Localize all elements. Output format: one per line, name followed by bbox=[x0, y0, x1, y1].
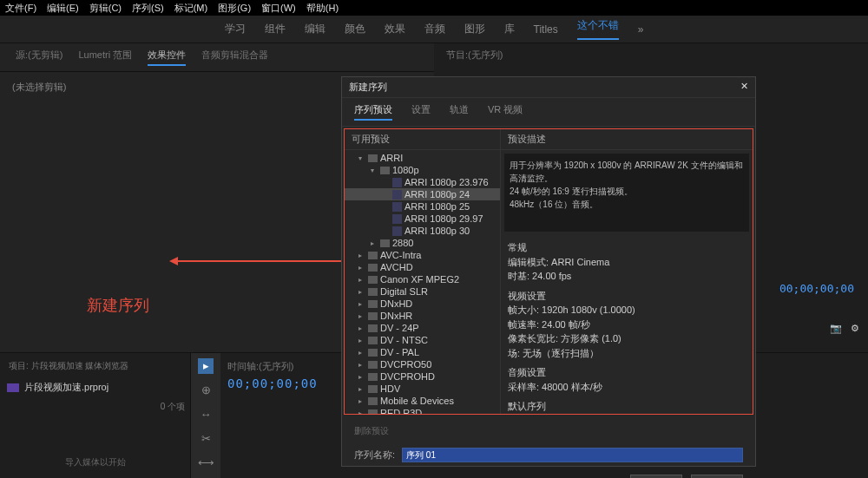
preset-RED-R3D[interactable]: ▸RED R3D bbox=[345, 407, 500, 414]
preset-DV---NTSC[interactable]: ▸DV - NTSC bbox=[345, 334, 500, 346]
folder-icon bbox=[368, 324, 378, 332]
preset-ARRI-1080p-29-97[interactable]: ARRI 1080p 29.97 bbox=[345, 213, 500, 225]
preset-file-icon bbox=[392, 190, 402, 200]
frame-rate: 帧速率: 24.00 帧/秒 bbox=[508, 318, 746, 332]
menu-edit[interactable]: 编辑(E) bbox=[47, 2, 79, 15]
program-tab[interactable]: 节目:(无序列) bbox=[434, 43, 868, 67]
ws-edit[interactable]: 编辑 bbox=[305, 22, 326, 36]
ws-learn[interactable]: 学习 bbox=[225, 22, 246, 36]
annotation-arrow bbox=[174, 260, 347, 262]
preset-Mobile---Devices[interactable]: ▸Mobile & Devices bbox=[345, 395, 500, 407]
preset-tree[interactable]: ▾ARRI▾1080pARRI 1080p 23.976ARRI 1080p 2… bbox=[345, 150, 500, 414]
menu-help[interactable]: 帮助(H) bbox=[306, 2, 339, 15]
tool-razor[interactable]: ✂ bbox=[198, 431, 214, 447]
new-sequence-dialog: 新建序列 ✕ 序列预设 设置 轨道 VR 视频 可用预设 ▾ARRI▾1080p… bbox=[341, 76, 756, 467]
preset-file-icon bbox=[392, 226, 402, 236]
ws-color[interactable]: 颜色 bbox=[345, 22, 365, 36]
preset-label: DNxHR bbox=[380, 311, 412, 321]
tool-slip[interactable]: ⟷ bbox=[198, 455, 214, 471]
preset-label: DVCPRO50 bbox=[380, 359, 431, 370]
camera-icon[interactable]: 📷 bbox=[830, 323, 842, 334]
tab-preset[interactable]: 序列预设 bbox=[354, 103, 392, 121]
preset-ARRI-1080p-23-976[interactable]: ARRI 1080p 23.976 bbox=[345, 176, 500, 188]
ws-titles[interactable]: Titles bbox=[534, 23, 558, 36]
folder-icon bbox=[368, 288, 378, 296]
ws-custom[interactable]: 这个不错 bbox=[577, 18, 619, 40]
delete-preset-button[interactable]: 删除预设 bbox=[354, 422, 743, 441]
preset-1080p[interactable]: ▾1080p bbox=[345, 164, 500, 176]
preset-DV---24P[interactable]: ▸DV - 24P bbox=[345, 322, 500, 334]
preset-DVCPRO50[interactable]: ▸DVCPRO50 bbox=[345, 358, 500, 370]
tab-lumetri[interactable]: Lumetri 范围 bbox=[78, 49, 132, 66]
tool-track-select[interactable]: ⊕ bbox=[198, 383, 214, 398]
menu-graphics[interactable]: 图形(G) bbox=[218, 2, 251, 15]
tab-source[interactable]: 源:(无剪辑) bbox=[16, 49, 62, 66]
preset-label: ARRI 1080p 29.97 bbox=[404, 213, 483, 224]
tab-vr[interactable]: VR 视频 bbox=[488, 103, 523, 121]
timebase: 时基: 24.00 fps bbox=[508, 269, 746, 284]
button-row: 确定 取消 bbox=[342, 468, 755, 478]
ws-lib[interactable]: 库 bbox=[504, 22, 515, 36]
tool-ripple[interactable]: ↔ bbox=[198, 407, 214, 422]
pixel-aspect: 像素长宽比: 方形像素 (1.0) bbox=[508, 331, 746, 346]
folder-icon bbox=[368, 300, 378, 308]
preset-label: ARRI bbox=[380, 153, 403, 163]
preset-label: ARRI 1080p 23.976 bbox=[404, 177, 489, 187]
project-panel: 项目: 片段视频加速 媒体浏览器 片段视频加速.prproj 0 个项 导入媒体… bbox=[0, 353, 191, 478]
preset-label: DV - PAL bbox=[380, 347, 419, 357]
menu-sequence[interactable]: 序列(S) bbox=[132, 2, 164, 15]
preset-DNxHR[interactable]: ▸DNxHR bbox=[345, 310, 500, 322]
menu-mark[interactable]: 标记(M) bbox=[174, 2, 208, 15]
preset-ARRI-1080p-24[interactable]: ARRI 1080p 24 bbox=[345, 188, 500, 200]
preset-info: 常规 编辑模式: ARRI Cinema 时基: 24.00 fps 视频设置 … bbox=[504, 237, 749, 412]
preset-label: Digital SLR bbox=[380, 286, 428, 297]
preset-label: RED R3D bbox=[380, 408, 422, 414]
folder-icon bbox=[368, 409, 378, 415]
tab-settings[interactable]: 设置 bbox=[411, 103, 431, 121]
ws-graphics[interactable]: 图形 bbox=[464, 22, 485, 36]
workspace-bar: 学习 组件 编辑 颜色 效果 音频 图形 库 Titles 这个不错 » bbox=[0, 16, 868, 43]
ok-button[interactable]: 确定 bbox=[630, 475, 682, 478]
menu-clip[interactable]: 剪辑(C) bbox=[89, 2, 122, 15]
tab-effect-controls[interactable]: 效果控件 bbox=[148, 49, 186, 66]
preset-ARRI[interactable]: ▾ARRI bbox=[345, 152, 500, 164]
general-heading: 常规 bbox=[508, 240, 746, 255]
preset-DNxHD[interactable]: ▸DNxHD bbox=[345, 298, 500, 310]
tool-selection[interactable]: ▸ bbox=[198, 358, 214, 374]
folder-icon bbox=[368, 264, 378, 272]
preset-DVCPROHD[interactable]: ▸DVCPROHD bbox=[345, 370, 500, 383]
program-icons: 📷 ⚙ bbox=[830, 323, 859, 334]
preset-AVC-Intra[interactable]: ▸AVC-Intra bbox=[345, 249, 500, 261]
preset-2880[interactable]: ▸2880 bbox=[345, 237, 500, 249]
settings-icon[interactable]: ⚙ bbox=[851, 323, 859, 334]
preset-Digital-SLR[interactable]: ▸Digital SLR bbox=[345, 285, 500, 298]
sequence-name-input[interactable] bbox=[402, 448, 743, 462]
tab-tracks[interactable]: 轨道 bbox=[450, 103, 469, 121]
menu-window[interactable]: 窗口(W) bbox=[261, 2, 296, 15]
preset-Canon-XF-MPEG2[interactable]: ▸Canon XF MPEG2 bbox=[345, 273, 500, 285]
project-item[interactable]: 片段视频加速.prproj bbox=[5, 377, 185, 397]
preset-ARRI-1080p-25[interactable]: ARRI 1080p 25 bbox=[345, 200, 500, 213]
preset-file-icon bbox=[392, 202, 402, 212]
tab-audio-mixer[interactable]: 音频剪辑混合器 bbox=[201, 49, 268, 66]
sample-rate: 采样率: 48000 样本/秒 bbox=[508, 380, 746, 395]
ws-assembly[interactable]: 组件 bbox=[265, 22, 286, 36]
ws-audio[interactable]: 音频 bbox=[424, 22, 445, 36]
ws-effects[interactable]: 效果 bbox=[385, 22, 405, 36]
preset-ARRI-1080p-30[interactable]: ARRI 1080p 30 bbox=[345, 225, 500, 237]
preset-HDV[interactable]: ▸HDV bbox=[345, 383, 500, 395]
cancel-button[interactable]: 取消 bbox=[691, 475, 743, 478]
preset-label: DVCPROHD bbox=[380, 371, 435, 382]
preset-label: DV - 24P bbox=[380, 323, 419, 333]
project-tabs[interactable]: 项目: 片段视频加速 媒体浏览器 bbox=[5, 358, 185, 374]
ws-overflow-icon[interactable]: » bbox=[638, 23, 644, 36]
close-icon[interactable]: ✕ bbox=[740, 81, 748, 94]
menu-file[interactable]: 文件(F) bbox=[5, 2, 36, 15]
preset-DV---PAL[interactable]: ▸DV - PAL bbox=[345, 346, 500, 358]
folder-icon bbox=[368, 349, 378, 357]
description-column: 预设描述 用于分辨率为 1920h x 1080v 的 ARRIRAW 2K 文… bbox=[501, 129, 753, 414]
preset-label: AVCHD bbox=[380, 262, 413, 272]
preset-label: DNxHD bbox=[380, 298, 412, 309]
tool-palette: ▸ ⊕ ↔ ✂ ⟷ ✎ ✋ T bbox=[191, 353, 220, 478]
preset-AVCHD[interactable]: ▸AVCHD bbox=[345, 261, 500, 273]
